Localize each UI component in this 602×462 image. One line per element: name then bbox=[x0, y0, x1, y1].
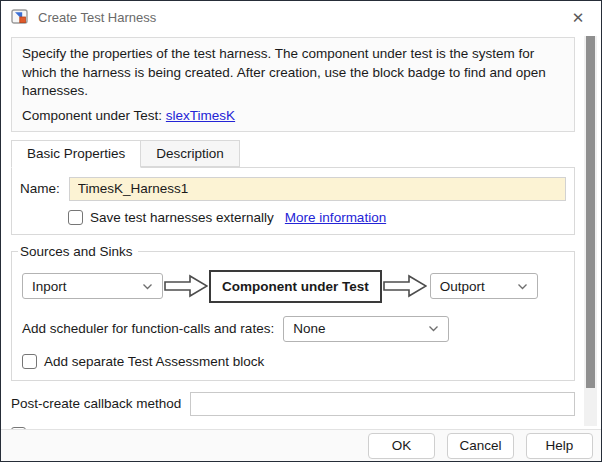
assessment-checkbox[interactable] bbox=[22, 354, 37, 369]
save-externally-row: Save test harnesses externally More info… bbox=[68, 210, 566, 225]
vertical-scrollbar[interactable] bbox=[584, 36, 597, 426]
log-output-label[interactable]: Log output signals bbox=[33, 427, 143, 429]
sink-select-value: Outport bbox=[440, 279, 485, 294]
assessment-label[interactable]: Add separate Test Assessment block bbox=[44, 354, 264, 369]
cancel-button[interactable]: Cancel bbox=[447, 433, 514, 459]
intro-text: Specify the properties of the test harne… bbox=[22, 45, 564, 101]
post-create-input[interactable] bbox=[190, 392, 575, 416]
save-externally-checkbox[interactable] bbox=[68, 210, 83, 225]
name-label: Name: bbox=[20, 181, 60, 196]
sink-select[interactable]: Outport bbox=[430, 273, 538, 299]
flow-arrow-icon bbox=[164, 272, 208, 300]
chevron-down-icon bbox=[517, 283, 528, 290]
window-title: Create Test Harness bbox=[38, 10, 557, 25]
harness-badge-icon bbox=[11, 9, 30, 25]
more-information-link[interactable]: More information bbox=[285, 210, 386, 225]
save-externally-label[interactable]: Save test harnesses externally bbox=[90, 210, 274, 225]
sources-and-sinks-group: Sources and Sinks Inport Component under… bbox=[11, 244, 575, 381]
component-under-test-label: Component under Test: bbox=[22, 108, 162, 123]
title-bar: Create Test Harness ✕ bbox=[1, 1, 601, 33]
source-select[interactable]: Inport bbox=[22, 273, 163, 299]
post-create-label: Post-create callback method bbox=[11, 396, 181, 411]
name-input[interactable] bbox=[69, 177, 566, 201]
chevron-down-icon bbox=[428, 325, 439, 332]
dialog-content: Specify the properties of the test harne… bbox=[1, 33, 601, 429]
tab-description[interactable]: Description bbox=[141, 140, 240, 167]
component-under-test-box: Component under Test bbox=[209, 270, 382, 303]
scrollbar-thumb[interactable] bbox=[586, 36, 595, 388]
name-row: Name: bbox=[20, 177, 566, 201]
scheduler-select-value: None bbox=[293, 321, 325, 336]
scheduler-label: Add scheduler for function-calls and rat… bbox=[22, 321, 274, 336]
close-icon[interactable]: ✕ bbox=[565, 4, 591, 30]
ok-button[interactable]: OK bbox=[368, 433, 435, 459]
scheduler-select[interactable]: None bbox=[283, 316, 449, 342]
log-output-checkbox[interactable] bbox=[11, 427, 26, 429]
chevron-down-icon bbox=[142, 283, 153, 290]
component-under-test-link[interactable]: slexTimesK bbox=[166, 108, 235, 123]
log-output-row: Log output signals bbox=[11, 427, 575, 429]
assessment-row: Add separate Test Assessment block bbox=[22, 354, 564, 369]
footer-button-bar: OK Cancel Help bbox=[1, 429, 601, 461]
ports-row: Inport Component under Test Outport bbox=[22, 270, 564, 303]
tab-strip: Basic Properties Description bbox=[11, 140, 575, 167]
scheduler-row: Add scheduler for function-calls and rat… bbox=[22, 316, 564, 342]
intro-panel: Specify the properties of the test harne… bbox=[11, 37, 575, 132]
basic-properties-panel: Name: Save test harnesses externally Mor… bbox=[11, 167, 575, 235]
post-create-row: Post-create callback method bbox=[11, 392, 575, 416]
help-button[interactable]: Help bbox=[526, 433, 593, 459]
source-select-value: Inport bbox=[32, 279, 67, 294]
create-test-harness-dialog: Create Test Harness ✕ Specify the proper… bbox=[0, 0, 602, 462]
flow-arrow-icon bbox=[383, 272, 427, 300]
tab-basic-properties[interactable]: Basic Properties bbox=[11, 140, 141, 168]
sources-and-sinks-legend: Sources and Sinks bbox=[18, 244, 138, 259]
